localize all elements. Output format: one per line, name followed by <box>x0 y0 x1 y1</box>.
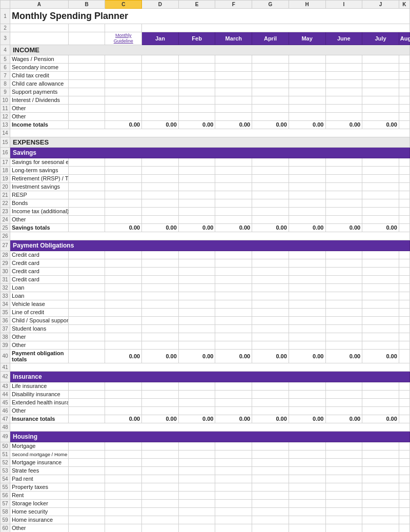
payment-row-29: 29 Credit card <box>1 259 410 267</box>
april-header: April <box>252 32 289 45</box>
housing-row-55: 55 Property taxes <box>1 483 410 491</box>
rownum-3: 3 <box>1 32 10 45</box>
col-c-header[interactable]: C <box>105 1 142 9</box>
income-section-row: 4 INCOME <box>1 45 410 55</box>
row-41: 41 <box>1 363 410 371</box>
resp-label: RESP <box>10 191 68 199</box>
payment-row-33: 33 Loan <box>1 292 410 300</box>
june-header: June <box>325 32 362 45</box>
income-total-march: 0.00 <box>178 120 215 129</box>
savings-totals-label: Savings totals <box>10 223 68 232</box>
payment-row-31: 31 Credit card <box>1 275 410 283</box>
payment-row-30: 30 Credit card <box>1 267 410 275</box>
payment-row-35: 35 Line of credit <box>1 308 410 316</box>
row-2: 2 <box>1 24 410 32</box>
col-j-header[interactable]: J <box>362 1 399 9</box>
support-payments-label: Support payments <box>10 88 68 96</box>
housing-row-59: 59 Home insurance <box>1 516 410 524</box>
feb-header: Feb <box>178 32 215 45</box>
bonds-label: Bonds <box>10 199 68 207</box>
housing-row-50: 50 Mortgage <box>1 442 410 450</box>
march-header: March <box>215 32 252 45</box>
income-label: INCOME <box>10 45 409 55</box>
income-total-feb: 0.00 <box>142 120 179 129</box>
wages-guideline[interactable] <box>68 55 105 63</box>
savings-section-header: Savings <box>10 147 409 158</box>
savings-row-21: 21 RESP <box>1 191 410 199</box>
cell-2c <box>105 24 142 32</box>
july-header: July <box>362 32 399 45</box>
secondary-income-label: Secondary income <box>10 63 68 71</box>
insurance-row-44: 44 Disability insurance <box>1 390 410 398</box>
investment-savings-label: Investment savings <box>10 182 68 191</box>
income-total-aug: 0.00 <box>362 120 399 129</box>
col-g-header[interactable]: G <box>252 1 289 9</box>
savings-row-23: 23 Income tax (additional) <box>1 207 410 215</box>
housing-row-51: 51 Second mortgage / Home line of credit <box>1 450 410 458</box>
corner-cell <box>1 1 10 9</box>
payment-totals-row: 40 Payment obligation totals 0.00 0.00 0… <box>1 349 410 363</box>
payment-totals-label: Payment obligation totals <box>10 349 68 363</box>
col-k-header[interactable]: K <box>399 1 409 9</box>
payment-row-28: 28 Credit card <box>1 251 410 259</box>
col-f-header[interactable]: F <box>215 1 252 9</box>
housing-header-row: 49 Housing <box>1 431 410 442</box>
retirement-label: Retirement (RRSP) / TFSA <box>10 174 68 182</box>
savings-row-17: 17 Savings for seesonal exp. <box>1 158 410 166</box>
payment-row-32: 32 Loan <box>1 283 410 292</box>
savings-row-19: 19 Retirement (RRSP) / TFSA <box>1 174 410 182</box>
housing-row-52: 52 Mortgage insurance <box>1 458 410 466</box>
month-headers-row: 3 MonthlyGuideline Jan Feb March April M… <box>1 32 410 45</box>
income-row-12: 12 Other <box>1 112 410 120</box>
insurance-totals-label: Insurance totals <box>10 415 68 423</box>
income-total-june: 0.00 <box>289 120 325 129</box>
insurance-row-43: 43 Life insurance <box>1 382 410 390</box>
child-care-label: Child care allowance <box>10 79 68 88</box>
income-total-may: 0.00 <box>252 120 289 129</box>
income-tax-label: Income tax (additional) <box>10 207 68 215</box>
title-row: 1 Monthly Spending Planner <box>1 9 410 24</box>
col-h-header[interactable]: H <box>289 1 325 9</box>
insurance-row-45: 45 Extended health insurance <box>1 398 410 406</box>
savings-row-20: 20 Investment savings <box>1 182 410 191</box>
col-b-header[interactable]: B <box>68 1 105 9</box>
income-row-5: 5 Wages / Pension <box>1 55 410 63</box>
spreadsheet-title: Monthly Spending Planner <box>10 9 409 24</box>
income-total-jan: 0.00 <box>105 120 142 129</box>
savings-row-22: 22 Bonds <box>1 199 410 207</box>
income-row-8: 8 Child care allowance <box>1 79 410 88</box>
income-total-july: 0.00 <box>325 120 362 129</box>
rownum-4: 4 <box>1 45 10 55</box>
wages-label: Wages / Pension <box>10 55 68 63</box>
cell-3b <box>68 32 105 45</box>
insurance-totals-row: 47 Insurance totals 0.00 0.00 0.00 0.00 … <box>1 415 410 423</box>
guideline-header[interactable]: MonthlyGuideline <box>105 32 142 45</box>
longterm-savings-label: Long-term savings <box>10 166 68 174</box>
housing-row-56: 56 Rent <box>1 491 410 499</box>
cell-2b <box>68 24 105 32</box>
column-headers-row: A B C D E F G H I J K <box>1 1 410 9</box>
rownum-2: 2 <box>1 24 10 32</box>
jan-header: Jan <box>142 32 179 45</box>
income-row-7: 7 Child tax credit <box>1 71 410 79</box>
wages-jan[interactable] <box>105 55 142 63</box>
payment-row-36: 36 Child / Spousal support <box>1 316 410 324</box>
col-i-header[interactable]: I <box>325 1 362 9</box>
savings-seasonal-label: Savings for seesonal exp. <box>10 158 68 166</box>
payment-header-row: 27 Payment Obligations <box>1 240 410 251</box>
housing-row-60: 60 Other <box>1 524 410 532</box>
col-a-header[interactable]: A <box>10 1 68 9</box>
expenses-label: EXPENSES <box>10 137 409 147</box>
income-row-9: 9 Support payments <box>1 88 410 96</box>
cell-3a <box>10 32 68 45</box>
may-header: May <box>289 32 325 45</box>
housing-row-54: 54 Pad rent <box>1 475 410 483</box>
col-d-header[interactable]: D <box>142 1 179 9</box>
expenses-section-row: 15 EXPENSES <box>1 137 410 147</box>
income-total-april: 0.00 <box>215 120 252 129</box>
income-totals-row: 13 Income totals 0.00 0.00 0.00 0.00 0.0… <box>1 120 410 129</box>
income-row-6: 6 Secondary income <box>1 63 410 71</box>
interest-dividends-label: Interest / Dividends <box>10 96 68 104</box>
savings-totals-row: 25 Savings totals 0.00 0.00 0.00 0.00 0.… <box>1 223 410 232</box>
col-e-header[interactable]: E <box>178 1 215 9</box>
